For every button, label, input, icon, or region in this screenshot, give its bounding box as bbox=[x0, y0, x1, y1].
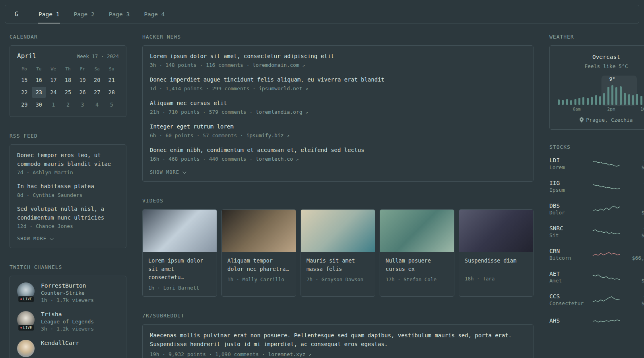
twitch-avatar-wrap: LIVE bbox=[17, 311, 35, 329]
stock-symbol[interactable]: AHS bbox=[549, 317, 586, 324]
twitch-channel-game[interactable]: League of Legends bbox=[41, 319, 94, 325]
subreddit-post-title[interactable]: Maecenas mollis pulvinar erat non posuer… bbox=[150, 331, 526, 349]
hackernews-item-domain-link[interactable]: loremtech.co ↗ bbox=[256, 156, 299, 162]
stock-row[interactable]: SNRC Sit +1.36% $148.64 bbox=[549, 225, 644, 238]
twitch-channel-name[interactable]: KendallCarr bbox=[41, 340, 79, 346]
video-card[interactable]: Aliquam tempor dolor nec pharetra… 1h · … bbox=[221, 209, 296, 297]
twitch-channel-row[interactable]: LIVE ForrestBurton Counter-Strike 1h · 1… bbox=[17, 282, 119, 303]
live-badge: LIVE bbox=[18, 296, 34, 302]
hackernews-item-domain: ipsumworld.net bbox=[259, 86, 303, 91]
rss-section-title: RSS FEED bbox=[10, 133, 126, 139]
video-card[interactable]: Suspendisse diam 18h · Tara bbox=[459, 209, 533, 297]
stock-row[interactable]: AET Amet +0.92% $499.72 bbox=[549, 270, 644, 284]
hackernews-show-more-button[interactable]: SHOW MORE bbox=[150, 169, 526, 175]
stock-values: +0.46% bbox=[627, 317, 644, 325]
tab-page-4[interactable]: Page 4 bbox=[143, 5, 165, 23]
hackernews-item-meta: 16h · 468 points · 440 comments · loremt… bbox=[150, 156, 526, 162]
hackernews-item-domain-link[interactable]: ipsumify.biz ↗ bbox=[246, 132, 289, 138]
weather-condition: Overcast bbox=[557, 54, 644, 60]
hackernews-item: Aliquam nec cursus elit 21h · 710 points… bbox=[150, 99, 526, 115]
stock-symbol[interactable]: SNRC bbox=[549, 225, 586, 232]
tab-page-2[interactable]: Page 2 bbox=[73, 5, 95, 23]
stock-symbol[interactable]: LDI bbox=[549, 157, 586, 163]
stock-row[interactable]: AHS +0.46% bbox=[549, 316, 644, 326]
video-thumbnail[interactable] bbox=[143, 210, 217, 252]
hackernews-item-title[interactable]: Donec enim nibh, condimentum et accumsan… bbox=[150, 146, 526, 154]
calendar-day: 16 bbox=[32, 74, 47, 86]
stock-row[interactable]: IIG Ipsum +2.84% $42.04 bbox=[549, 180, 644, 193]
app-logo[interactable]: G bbox=[5, 5, 28, 23]
video-thumbnail[interactable] bbox=[301, 210, 375, 252]
rss-show-more-label: SHOW MORE bbox=[17, 236, 47, 241]
stock-price: $499.72 bbox=[627, 278, 644, 284]
external-link-icon: ↗ bbox=[303, 63, 305, 68]
rss-show-more-button[interactable]: SHOW MORE bbox=[17, 236, 119, 241]
calendar-day: 20 bbox=[90, 74, 105, 86]
video-card[interactable]: Nullam posuere cursus ex 17h · Stefan Co… bbox=[380, 209, 454, 297]
stock-row[interactable]: DBS Dolor +1.42% $156.28 bbox=[549, 202, 644, 216]
twitch-channel-row[interactable]: LIVE Trisha League of Legends 3h · 1.2k … bbox=[17, 311, 119, 332]
stock-row[interactable]: CRN Bitcorn -1.00% $66,171.48 bbox=[549, 248, 644, 261]
stock-sparkline bbox=[592, 204, 620, 214]
stock-change: +0.46% bbox=[627, 317, 644, 324]
twitch-channel-game[interactable]: Counter-Strike bbox=[41, 290, 94, 296]
rss-item-title[interactable]: Sed volutpat nulla nisl, a condimentum n… bbox=[17, 205, 119, 222]
video-title[interactable]: Mauris sit amet massa felis bbox=[306, 257, 369, 273]
video-thumbnail[interactable] bbox=[459, 210, 533, 252]
weather-bar bbox=[574, 99, 576, 105]
twitch-channel-name[interactable]: Trisha bbox=[41, 311, 94, 317]
video-thumbnail[interactable] bbox=[222, 210, 296, 252]
subreddit-post-domain-link[interactable]: loremnet.xyz ↗ bbox=[268, 351, 311, 357]
calendar-day: 26 bbox=[75, 87, 90, 98]
twitch-channel-name[interactable]: ForrestBurton bbox=[41, 282, 94, 289]
stock-sparkline bbox=[592, 227, 620, 237]
hackernews-item-domain-link[interactable]: ipsumworld.net ↗ bbox=[259, 86, 308, 91]
calendar-day: 15 bbox=[17, 74, 32, 86]
tab-page-3[interactable]: Page 3 bbox=[108, 5, 130, 23]
rss-item-title[interactable]: Donec tempor eros leo, ut commodo mauris… bbox=[17, 151, 119, 168]
stock-symbol[interactable]: CCS bbox=[549, 293, 586, 300]
calendar-day: 22 bbox=[17, 87, 32, 98]
hackernews-item: Lorem ipsum dolor sit amet, consectetur … bbox=[150, 52, 526, 68]
stock-values: +0.92% $499.72 bbox=[627, 270, 644, 284]
tab-page-1[interactable]: Page 1 bbox=[38, 5, 60, 23]
rss-item-meta: 8d · Cynthia Saunders bbox=[17, 192, 119, 198]
weather-bar bbox=[640, 96, 642, 105]
video-title[interactable]: Suspendisse diam bbox=[465, 257, 528, 272]
stock-id: AET Amet bbox=[549, 270, 586, 284]
stock-symbol[interactable]: CRN bbox=[549, 248, 586, 254]
hackernews-item-title[interactable]: Integer eget rutrum lorem bbox=[150, 123, 526, 131]
video-card[interactable]: Lorem ipsum dolor sit amet consectetu… 1… bbox=[142, 209, 217, 297]
video-title[interactable]: Aliquam tempor dolor nec pharetra… bbox=[227, 257, 290, 273]
video-card[interactable]: Mauris sit amet massa felis 7h · Grayson… bbox=[301, 209, 375, 297]
hackernews-item-title[interactable]: Donec imperdiet augue tincidunt felis al… bbox=[150, 76, 526, 84]
live-dot-icon bbox=[20, 327, 22, 329]
stock-name: Consectetur bbox=[549, 300, 586, 306]
stock-sparkline bbox=[592, 272, 620, 282]
stock-row[interactable]: CCS Consectetur +0.51% $165.84 bbox=[549, 293, 644, 306]
rss-item-title[interactable]: In hac habitasse platea bbox=[17, 182, 119, 191]
video-title[interactable]: Lorem ipsum dolor sit amet consectetu… bbox=[148, 257, 211, 282]
weather-bar-chart bbox=[558, 85, 644, 105]
hackernews-item-domain-link[interactable]: loremlandia.org ↗ bbox=[256, 109, 308, 115]
stock-values: +2.84% $42.04 bbox=[627, 180, 644, 193]
hackernews-item-title[interactable]: Lorem ipsum dolor sit amet, consectetur … bbox=[150, 52, 526, 60]
weather-bar bbox=[624, 93, 626, 105]
video-thumbnail[interactable] bbox=[380, 210, 454, 252]
rss-card: Donec tempor eros leo, ut commodo mauris… bbox=[10, 144, 126, 248]
hackernews-item-domain-link[interactable]: loremdomain.com ↗ bbox=[252, 62, 305, 68]
calendar-day: 30 bbox=[32, 99, 47, 110]
right-column: WEATHER Overcast Feels like 5°C 9° 6am 2… bbox=[549, 34, 644, 358]
stock-symbol[interactable]: IIG bbox=[549, 180, 586, 186]
twitch-channel-row[interactable]: KendallCarr bbox=[17, 340, 119, 358]
hackernews-item-title[interactable]: Aliquam nec cursus elit bbox=[150, 99, 526, 107]
stock-symbol[interactable]: AET bbox=[549, 270, 586, 277]
stock-symbol[interactable]: DBS bbox=[549, 202, 586, 209]
hackernews-item-stats: 21h · 710 points · 579 comments · bbox=[150, 109, 256, 115]
stock-row[interactable]: LDI Lorem +4.35% $795.18 bbox=[549, 157, 644, 170]
hackernews-item-meta: 3h · 148 points · 116 comments · loremdo… bbox=[150, 62, 526, 68]
stock-name: Dolor bbox=[549, 210, 586, 216]
video-title[interactable]: Nullam posuere cursus ex bbox=[386, 257, 448, 273]
calendar-day-next-month: 5 bbox=[104, 99, 119, 110]
external-link-icon: ↗ bbox=[296, 157, 299, 162]
